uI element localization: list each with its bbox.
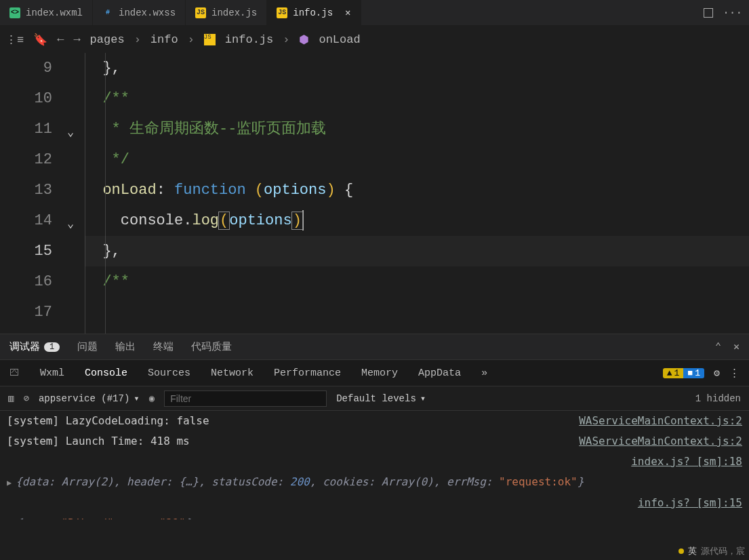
hidden-count[interactable]: 1 hidden [695, 393, 741, 404]
devtool-tab-network[interactable]: Network [211, 367, 254, 379]
wxss-icon: # [102, 7, 113, 18]
fold-icon[interactable]: ⌄ [67, 117, 74, 148]
more-tabs-icon[interactable]: » [481, 367, 487, 379]
chevron-down-icon: ▾ [420, 393, 426, 404]
panel-tab-output[interactable]: 输出 [115, 340, 136, 353]
toggle-sidebar-icon[interactable]: ▥ [8, 393, 14, 404]
panel-tab-terminal[interactable]: 终端 [153, 340, 174, 353]
warning-badge: ▲1 [663, 368, 684, 378]
js-icon: JS [204, 34, 216, 45]
cube-icon: ⬢ [299, 33, 309, 47]
bookmark-icon[interactable]: 🔖 [33, 33, 47, 47]
ime-indicator: 英 源代码，宸 [679, 545, 745, 557]
chevron-down-icon: ▾ [134, 393, 139, 404]
tab-index-js[interactable]: JS index.js [186, 0, 267, 25]
console-message: [system] Launch Time: 418 ms [7, 431, 190, 452]
more-icon[interactable]: ··· [723, 7, 742, 19]
kebab-icon[interactable]: ⋮ [729, 367, 740, 380]
panel-tab-quality[interactable]: 代码质量 [191, 340, 232, 353]
console-output[interactable]: [system] LazyCodeLoading: falseWAService… [0, 411, 749, 519]
tab-label: index.wxss [119, 7, 176, 18]
levels-dropdown[interactable]: Default levels▾ [336, 393, 426, 404]
breadcrumb-item[interactable]: pages [90, 33, 125, 46]
badge-count: 1 [44, 342, 60, 352]
info-badge: ■1 [683, 368, 704, 378]
fold-gutter: ⌄ ⌄ ⌄ [64, 53, 85, 334]
devtool-tab-performance[interactable]: Performance [274, 367, 341, 379]
editor-tab-bar: <> index.wxml # index.wxss JS index.js J… [0, 0, 749, 26]
tab-label: info.js [293, 7, 333, 18]
devtool-tab-memory[interactable]: Memory [361, 367, 398, 379]
console-object[interactable]: ▶{name: "Rihood", age: "21"} [7, 513, 742, 519]
tab-info-js[interactable]: JS info.js ✕ [267, 0, 361, 25]
panel-tab-bar: 调试器 1 问题 输出 终端 代码质量 ⌃ ✕ [0, 334, 749, 359]
panel-tab-problems[interactable]: 问题 [77, 340, 98, 353]
source-link[interactable]: index.js? [sm]:18 [631, 452, 742, 472]
chevron-right-icon: › [283, 33, 289, 46]
inspect-icon[interactable]: ⮹ [9, 367, 20, 379]
split-editor-icon[interactable] [704, 8, 713, 18]
console-toolbar: ▥ ⊘ appservice (#17)▾ ◉ Default levels▾ … [0, 386, 749, 411]
devtool-tab-sources[interactable]: Sources [148, 367, 190, 379]
ime-dot-icon [679, 548, 684, 554]
breadcrumb-item[interactable]: info.js [225, 33, 273, 46]
filter-input[interactable] [164, 391, 327, 407]
js-icon: JS [195, 7, 206, 18]
clear-console-icon[interactable]: ⊘ [23, 393, 28, 404]
breadcrumb-item[interactable]: onLoad [319, 33, 360, 46]
tab-label: index.wxml [26, 7, 83, 18]
forward-icon[interactable]: → [73, 33, 80, 46]
devtool-tab-wxml[interactable]: Wxml [40, 367, 64, 379]
chevron-right-icon: › [188, 33, 195, 46]
console-object[interactable]: ▶{data: Array(2), header: {…}, statusCod… [7, 472, 742, 493]
chevron-right-icon: › [134, 33, 141, 46]
fold-icon[interactable]: ⌄ [67, 209, 74, 239]
code-editor[interactable]: 9 10 11 12 13 14 15 16 17 18 ⌄ ⌄ ⌄ }, /*… [0, 53, 749, 334]
devtools-tab-bar: ⮹ Wxml Console Sources Network Performan… [0, 359, 749, 386]
breadcrumb-item[interactable]: info [150, 33, 178, 46]
devtool-tab-console[interactable]: Console [85, 367, 127, 379]
text-cursor [302, 210, 304, 231]
code-area[interactable]: }, /** * 生命周期函数--监听页面加载 */ onLoad: funct… [85, 53, 749, 334]
fold-icon[interactable]: ⌄ [67, 331, 74, 334]
source-link[interactable]: WAServiceMainContext.js:2 [579, 431, 742, 452]
close-icon[interactable]: ✕ [733, 340, 740, 353]
devtool-tab-appdata[interactable]: AppData [418, 367, 461, 379]
eye-icon[interactable]: ◉ [149, 393, 155, 404]
list-icon[interactable]: ⋮≡ [5, 33, 24, 47]
source-link[interactable]: info.js? [sm]:15 [638, 493, 742, 513]
tab-index-wxss[interactable]: # index.wxss [93, 0, 186, 25]
tab-index-wxml[interactable]: <> index.wxml [0, 0, 93, 25]
source-link[interactable]: WAServiceMainContext.js:2 [579, 411, 742, 431]
back-icon[interactable]: ← [57, 33, 64, 46]
wxml-icon: <> [9, 7, 20, 18]
js-icon: JS [277, 7, 287, 18]
close-icon[interactable]: ✕ [345, 7, 350, 18]
tab-label: index.js [211, 7, 257, 18]
chevron-up-icon[interactable]: ⌃ [715, 340, 721, 353]
expand-icon: ▶ [7, 478, 12, 487]
gear-icon[interactable]: ⚙ [714, 367, 720, 380]
context-dropdown[interactable]: appservice (#17)▾ [39, 393, 140, 404]
console-message: [system] LazyCodeLoading: false [7, 411, 209, 431]
issue-badges[interactable]: ▲1 ■1 [663, 368, 704, 378]
panel-tab-debugger[interactable]: 调试器 1 [9, 340, 60, 353]
tabbar-actions: ··· [697, 0, 749, 25]
line-gutter: 9 10 11 12 13 14 15 16 17 18 [0, 53, 64, 334]
breadcrumb-bar: ⋮≡ 🔖 ← → pages › info › JS info.js › ⬢ o… [0, 26, 749, 53]
